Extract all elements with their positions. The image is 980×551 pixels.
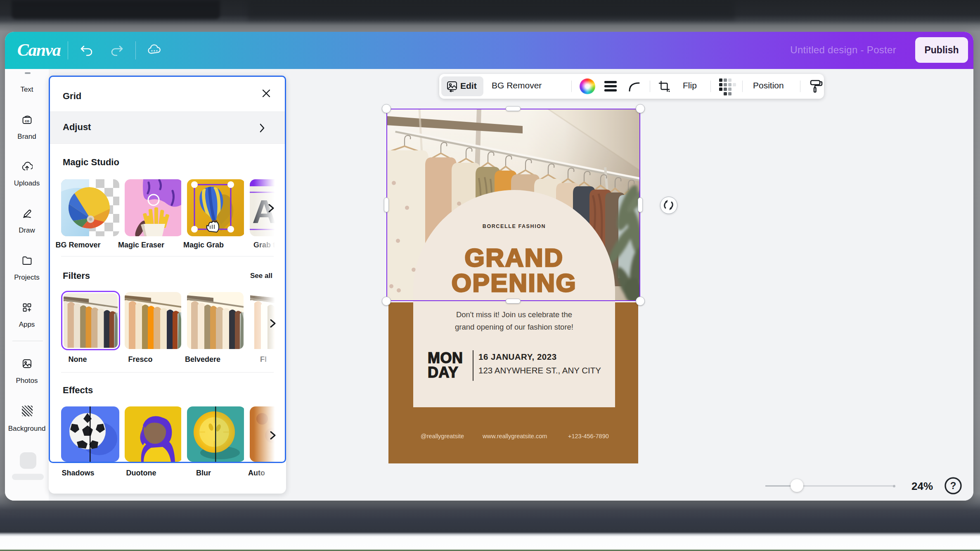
svg-text:?: ? <box>950 480 956 491</box>
svg-text:co: co <box>25 119 29 123</box>
